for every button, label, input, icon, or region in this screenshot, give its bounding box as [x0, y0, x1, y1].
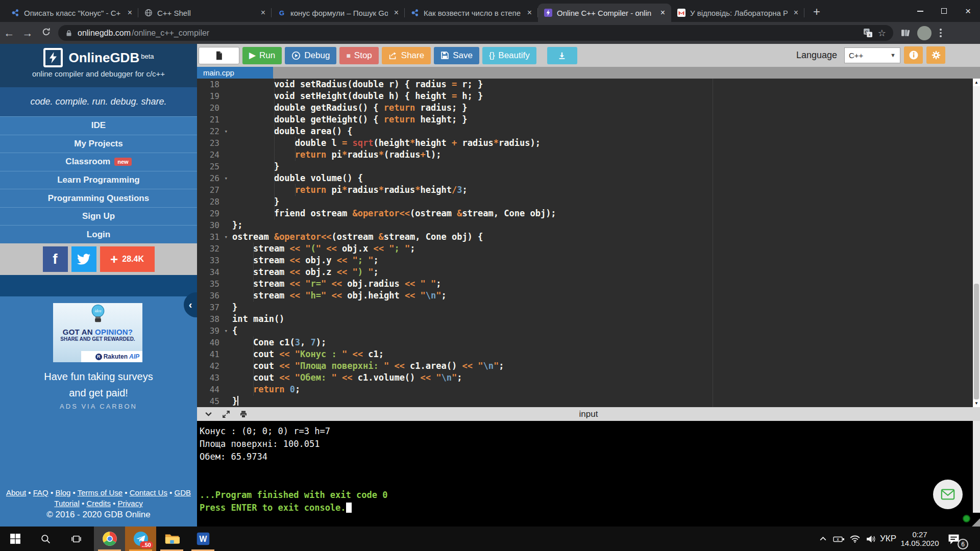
tab-close-button[interactable]: ×: [392, 8, 401, 17]
profile-avatar[interactable]: [917, 26, 932, 40]
browser-tab[interactable]: Как возвести число в степе×: [405, 4, 538, 22]
debug-button[interactable]: Debug: [285, 47, 336, 64]
footer-link[interactable]: Tutorial: [54, 499, 79, 508]
chrome-icon: [102, 531, 117, 546]
browser-tab-bar: Описать класс "Конус" - C+×C++ Shell×Gко…: [0, 0, 980, 22]
twitter-button[interactable]: [71, 246, 96, 272]
run-button[interactable]: ▶Run: [242, 47, 282, 64]
ad-caption-line1[interactable]: Have fun taking surveys: [0, 371, 197, 383]
footer-link[interactable]: GDB: [175, 488, 191, 497]
ads-via-carbon-label[interactable]: ADS VIA CARBON: [0, 403, 197, 410]
code-editor[interactable]: 1819202122▾23242526▾2728293031▾323334353…: [197, 79, 980, 407]
taskbar-chrome-button[interactable]: [94, 527, 125, 551]
back-button[interactable]: ←: [0, 27, 18, 39]
new-file-button[interactable]: [199, 47, 239, 64]
reload-button[interactable]: [37, 27, 55, 39]
minimize-button[interactable]: [908, 0, 932, 22]
facebook-button[interactable]: f: [43, 246, 68, 272]
tray-show-hidden-button[interactable]: [819, 527, 827, 551]
translate-icon[interactable]: Gx: [863, 28, 873, 38]
browser-tab[interactable]: Описать класс "Конус" - C+×: [5, 4, 138, 22]
settings-button[interactable]: [926, 46, 945, 64]
console-blank-line: [200, 463, 980, 476]
start-button[interactable]: [3, 527, 28, 551]
resize-grip[interactable]: [972, 518, 980, 527]
console-header: input: [197, 407, 980, 421]
task-view-button[interactable]: [63, 527, 89, 551]
tab-close-button[interactable]: ×: [792, 8, 800, 17]
footer-link[interactable]: Privacy: [117, 499, 142, 508]
taskbar-word-button[interactable]: W: [187, 527, 218, 551]
feedback-mail-button[interactable]: [933, 480, 963, 509]
footer-link[interactable]: Terms of Use: [78, 488, 122, 497]
bookmark-star-icon[interactable]: ☆: [878, 28, 886, 39]
fold-arrow-icon[interactable]: ▾: [224, 231, 228, 243]
addthis-share-button[interactable]: + 28.4K: [100, 246, 155, 272]
footer-link[interactable]: About: [6, 488, 26, 497]
rakuten-icon: R: [95, 354, 102, 360]
code-area[interactable]: void setRadius(double r) { radius = r; }…: [231, 79, 980, 407]
tab-close-button[interactable]: ×: [525, 8, 534, 17]
tray-volume-icon[interactable]: [866, 527, 876, 551]
browser-menu-button[interactable]: [940, 29, 942, 37]
extension-icon[interactable]: [900, 28, 910, 38]
language-select[interactable]: C++ ▼: [844, 47, 900, 63]
tab-close-button[interactable]: ×: [126, 8, 134, 17]
code-line: double l = sqrt(height*height + radius*r…: [232, 137, 980, 149]
console-cursor: [346, 503, 352, 513]
sidebar-item-login[interactable]: Login: [0, 225, 197, 243]
sidebar-item-learn-programming[interactable]: Learn Programming: [0, 171, 197, 189]
editor-scrollbar[interactable]: ▲ ▼: [973, 79, 980, 407]
code-line: cout << "Площа поверхні: " << c1.area() …: [232, 360, 980, 372]
console-output[interactable]: Конус : (0; 0; 0) r=3 h=7Площа поверхні:…: [197, 421, 980, 527]
fold-arrow-icon[interactable]: ▾: [224, 126, 228, 137]
beautify-button[interactable]: {}Beautify: [482, 47, 536, 64]
download-button[interactable]: [547, 47, 577, 64]
sidebar-item-classroom[interactable]: Classroomnew: [0, 153, 197, 171]
tray-language-indicator[interactable]: УКР: [880, 527, 896, 551]
forward-button[interactable]: →: [18, 27, 37, 39]
footer-link[interactable]: Credits: [86, 499, 111, 508]
browser-tab[interactable]: Online C++ Compiler - onlin×: [538, 4, 671, 22]
ad-caption-line2[interactable]: and get paid!: [0, 387, 197, 399]
footer-link[interactable]: Blog: [55, 488, 70, 497]
browser-tab[interactable]: Gконус формули – Пошук Go×: [272, 4, 405, 22]
fold-arrow-icon[interactable]: ▾: [224, 172, 228, 184]
restore-button[interactable]: [932, 0, 956, 22]
tray-clock[interactable]: 0:27 14.05.2020: [899, 527, 940, 551]
twitter-icon: [77, 253, 90, 266]
file-tab-main-cpp[interactable]: main.cpp: [197, 67, 273, 79]
line-number: 26▾: [197, 172, 231, 184]
taskbar-explorer-button[interactable]: [156, 527, 187, 551]
code-line: stream << obj.y << "; ";: [232, 255, 980, 266]
save-button[interactable]: Save: [434, 47, 479, 64]
tray-wifi-icon[interactable]: [849, 527, 861, 551]
taskbar-telegram-button[interactable]: ..50: [125, 527, 156, 551]
new-tab-button[interactable]: +: [810, 5, 824, 19]
footer-link[interactable]: FAQ: [33, 488, 48, 497]
taskbar-search-button[interactable]: [33, 527, 58, 551]
close-button[interactable]: ×: [956, 0, 980, 22]
tab-close-button[interactable]: ×: [658, 8, 667, 17]
sidebar-item-my-projects[interactable]: My Projects: [0, 135, 197, 153]
tab-close-button[interactable]: ×: [259, 8, 267, 17]
code-line: double volume() {: [232, 172, 980, 184]
code-line: stream << "(" << obj.x << "; ";: [232, 243, 980, 255]
scroll-down-arrow[interactable]: ▼: [973, 399, 980, 407]
scrollbar-thumb[interactable]: [974, 284, 979, 399]
scroll-up-arrow[interactable]: ▲: [973, 79, 980, 86]
tray-battery-icon[interactable]: x: [833, 527, 845, 551]
share-button[interactable]: Share: [382, 47, 431, 64]
sidebar-item-sign-up[interactable]: Sign Up: [0, 207, 197, 226]
fold-arrow-icon[interactable]: ▾: [224, 325, 228, 337]
browser-tab[interactable]: C++ Shell×: [138, 4, 272, 22]
ad-banner[interactable]: idea GOT AN OPINION? SHARE AND GET REWAR…: [53, 303, 142, 362]
browser-tab[interactable]: У відповідь: Лабораторна Р×: [671, 4, 804, 22]
sidebar-item-ide[interactable]: IDE: [0, 116, 197, 135]
footer-link[interactable]: Contact Us: [130, 488, 167, 497]
sidebar-item-programming-questions[interactable]: Programming Questions: [0, 189, 197, 207]
url-field[interactable]: onlinegdb.com /online_c++_compiler Gx ☆: [58, 25, 893, 41]
console-scrollbar[interactable]: [973, 421, 980, 513]
info-button[interactable]: [904, 46, 923, 64]
stop-button[interactable]: ■Stop: [339, 47, 378, 64]
